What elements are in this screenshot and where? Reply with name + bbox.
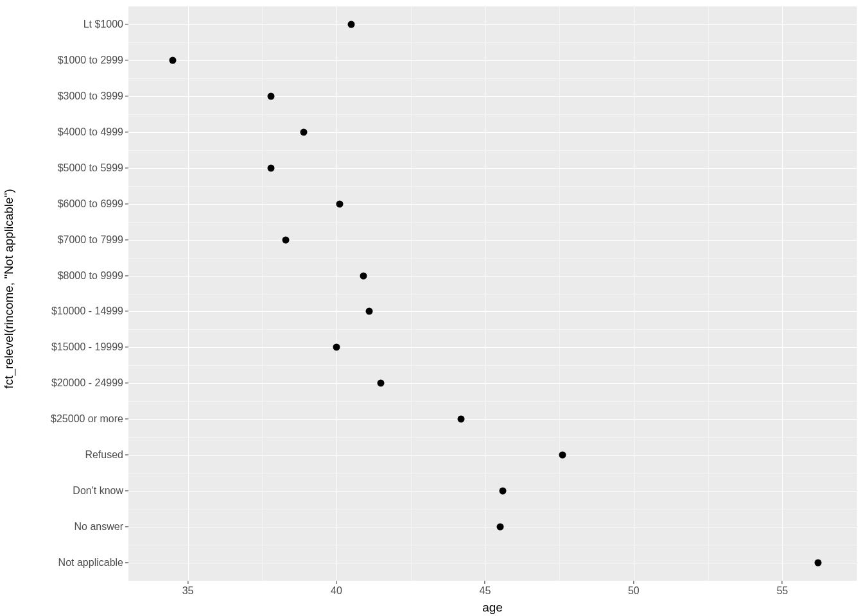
data-point <box>336 200 343 207</box>
grid-h-minor <box>128 329 857 330</box>
y-tick-label: $25000 or more <box>51 413 128 425</box>
data-point <box>333 344 340 351</box>
y-tick-label: Don't know <box>73 485 128 497</box>
data-point <box>365 308 372 315</box>
grid-h-minor <box>128 437 857 438</box>
data-point <box>301 128 308 135</box>
y-tick-label: $4000 to 4999 <box>58 126 128 138</box>
x-tick-label: 40 <box>331 581 342 597</box>
grid-h-major <box>128 347 857 348</box>
grid-h-major <box>128 204 857 205</box>
y-tick-label: $10000 - 14999 <box>51 305 128 317</box>
grid-h-major <box>128 419 857 420</box>
grid-h-minor <box>128 114 857 115</box>
chart-container: fct_relevel(rincome, "Not applicable") 3… <box>0 0 863 616</box>
y-tick-label: $8000 to 9999 <box>58 270 128 282</box>
grid-h-minor <box>128 258 857 259</box>
data-point <box>458 416 465 423</box>
y-tick-label: $1000 to 2999 <box>58 55 128 66</box>
y-tick-label: $7000 to 7999 <box>58 234 128 246</box>
y-tick-label: $6000 to 6999 <box>58 198 128 210</box>
y-axis-title: fct_relevel(rincome, "Not applicable") <box>0 0 18 578</box>
y-tick-label: $20000 - 24999 <box>51 377 128 389</box>
data-point <box>360 272 367 279</box>
x-tick-label: 45 <box>480 581 491 597</box>
grid-h-major <box>128 383 857 384</box>
y-tick-label: $3000 to 3999 <box>58 90 128 102</box>
data-point <box>283 236 290 243</box>
data-point <box>268 92 275 99</box>
x-tick-label: 35 <box>182 581 194 597</box>
grid-h-minor <box>128 509 857 509</box>
x-tick-label: 55 <box>776 581 788 597</box>
plot-area: 3540455055Lt $1000$1000 to 2999$3000 to … <box>128 6 857 581</box>
grid-h-major <box>128 240 857 241</box>
y-tick-label: Refused <box>85 449 128 461</box>
grid-h-major <box>128 527 857 527</box>
y-tick-label: Not applicable <box>58 557 128 569</box>
data-point <box>559 452 566 459</box>
grid-h-major <box>128 455 857 456</box>
y-tick-label: No answer <box>74 521 128 533</box>
grid-h-minor <box>128 42 857 43</box>
grid-h-minor <box>128 401 857 402</box>
grid-h-major <box>128 24 857 25</box>
grid-h-minor <box>128 78 857 79</box>
data-point <box>814 560 821 567</box>
grid-v-minor <box>857 6 857 581</box>
y-tick-label: Lt $1000 <box>83 19 128 30</box>
grid-h-major <box>128 132 857 133</box>
data-point <box>496 524 503 531</box>
grid-h-minor <box>128 294 857 295</box>
grid-h-minor <box>128 150 857 151</box>
grid-h-major <box>128 311 857 312</box>
grid-h-major <box>128 276 857 277</box>
x-axis-title: age <box>128 601 857 615</box>
data-point <box>348 21 355 28</box>
data-point <box>268 164 275 171</box>
data-point <box>170 56 177 64</box>
grid-h-major <box>128 491 857 492</box>
grid-h-minor <box>128 186 857 187</box>
grid-h-major <box>128 563 857 563</box>
data-point <box>378 380 385 387</box>
grid-h-minor <box>128 545 857 545</box>
grid-h-minor <box>128 222 857 223</box>
grid-h-minor <box>128 473 857 474</box>
y-tick-label: $15000 - 19999 <box>51 341 128 353</box>
x-tick-label: 50 <box>628 581 640 597</box>
grid-h-minor <box>128 365 857 366</box>
data-point <box>500 488 507 495</box>
grid-h-major <box>128 96 857 97</box>
y-tick-label: $5000 to 5999 <box>58 162 128 174</box>
grid-h-major <box>128 168 857 169</box>
grid-h-major <box>128 60 857 61</box>
